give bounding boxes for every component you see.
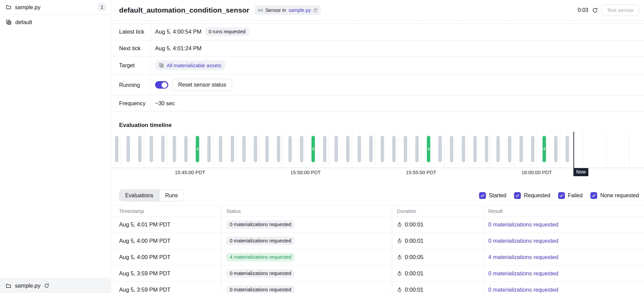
timeline-tick-bar[interactable] <box>219 136 222 162</box>
timeline-tick-bar-requested[interactable]: 4 <box>543 136 546 162</box>
timeline-tick-bar-requested[interactable]: 4 <box>427 136 430 162</box>
timeline-axis-label: 16:00:00 PDT <box>522 170 552 175</box>
timeline-gridline <box>537 132 537 168</box>
running-toggle[interactable] <box>155 81 168 89</box>
test-sensor-button[interactable]: Test sensor <box>602 4 639 16</box>
view-tabs: Evaluations Runs <box>119 189 184 201</box>
timeline-tick-bar[interactable] <box>184 136 188 162</box>
result-link[interactable]: 0 materializations requested <box>488 238 558 244</box>
detail-row-frequency: Frequency ~30 sec <box>111 95 644 111</box>
evaluation-row: Aug 5, 4:00 PM PDT 0 materializations re… <box>111 233 644 249</box>
detail-row-latest-tick: Latest tick Aug 5, 4:00:54 PM 0 runs req… <box>111 23 644 40</box>
timeline-tick-bar[interactable] <box>369 136 373 162</box>
page-header: default_automation_condition_sensor Sens… <box>111 0 644 21</box>
timeline-gridline <box>375 132 375 168</box>
timeline-tick-bar[interactable] <box>231 136 234 162</box>
filter-none-requested[interactable]: None requested <box>590 192 639 199</box>
tab-runs[interactable]: Runs <box>159 190 184 201</box>
detail-row-target: Target All materializable assets <box>111 56 644 75</box>
timeline-tick-bar[interactable] <box>242 136 246 162</box>
timeline-tick-bar[interactable] <box>392 136 396 162</box>
result-link[interactable]: 0 materializations requested <box>488 270 558 277</box>
reload-location-icon[interactable] <box>44 283 49 288</box>
timeline-gridline <box>213 132 213 168</box>
timeline-tick-bar[interactable] <box>173 136 176 162</box>
timeline-tick-bar[interactable] <box>566 136 569 162</box>
timeline-tick-bar[interactable] <box>277 136 280 162</box>
sidebar-item-sample-py[interactable]: sample.py 1 <box>0 0 111 15</box>
reload-icon[interactable] <box>313 8 318 13</box>
timeline-tick-bar[interactable] <box>358 136 361 162</box>
evaluation-duration: 0:00:05 <box>405 254 423 260</box>
target-assets-chip[interactable]: All materializable assets <box>155 60 225 70</box>
detail-row-next-tick: Next tick Aug 5, 4:01:24 PM <box>111 40 644 56</box>
timeline-gridline <box>283 132 283 168</box>
timeline-tick-bar[interactable] <box>207 136 211 162</box>
timeline-tick-bar[interactable] <box>554 136 557 162</box>
status-badge: 4 materializations requested <box>226 253 295 261</box>
detail-label: Next tick <box>111 40 151 56</box>
timeline-tick-bar[interactable] <box>335 136 338 162</box>
timeline-tick-bar[interactable] <box>381 136 384 162</box>
result-link[interactable]: 0 materializations requested <box>488 287 558 293</box>
filter-failed[interactable]: Failed <box>558 192 583 199</box>
status-badge: 0 materializations requested <box>226 220 295 229</box>
sidebar-item-default[interactable]: default <box>0 15 111 30</box>
timeline-gridline <box>121 132 121 168</box>
timeline-tick-bar[interactable] <box>450 136 453 162</box>
timeline-tick-bar[interactable] <box>265 136 269 162</box>
timeline-tick-bar[interactable] <box>438 136 442 162</box>
refresh-icon[interactable] <box>592 7 598 13</box>
timeline-gridline <box>514 132 514 168</box>
timeline-tick-bar[interactable] <box>415 136 419 162</box>
filter-requested[interactable]: Requested <box>514 192 550 199</box>
timeline-axis-label: 15:50:00 PDT <box>290 170 321 175</box>
timeline-tick-bar[interactable] <box>346 136 349 162</box>
timeline-tick-bar[interactable] <box>138 136 141 162</box>
checkbox-checked-icon <box>590 192 597 199</box>
column-header-status: Status <box>221 206 392 216</box>
column-header-duration: Duration <box>392 206 483 216</box>
status-badge: 0 materializations requested <box>226 286 295 293</box>
target-assets-link[interactable]: All materializable assets <box>167 62 221 68</box>
detail-row-running: Running Reset sensor status <box>111 75 644 95</box>
timeline-gridline <box>236 132 237 168</box>
timeline-tick-bar[interactable] <box>473 136 477 162</box>
timeline-gridline <box>260 132 260 168</box>
code-location-link[interactable]: sample.py <box>288 7 311 13</box>
timeline-gridline <box>398 132 398 168</box>
timeline-tick-bar[interactable] <box>115 136 118 162</box>
timeline-tick-bar-requested[interactable]: 4 <box>196 136 199 162</box>
frequency-value: ~30 sec <box>155 100 175 107</box>
result-link[interactable]: 4 materializations requested <box>488 254 558 260</box>
header-actions: 0:03 Test sensor <box>578 4 639 16</box>
asset-group-icon <box>6 19 12 25</box>
timeline-tick-bar[interactable] <box>531 136 534 162</box>
timeline-axis-label: 15:45:00 PDT <box>175 170 205 175</box>
filter-started[interactable]: Started <box>479 192 507 199</box>
timeline-axis <box>111 168 644 168</box>
timeline-tick-bar[interactable] <box>300 136 303 162</box>
timeline-tick-bar[interactable] <box>254 136 257 162</box>
tab-evaluations[interactable]: Evaluations <box>119 190 159 201</box>
timeline-tick-bar[interactable] <box>519 136 523 162</box>
timeline-tick-bar[interactable] <box>485 136 488 162</box>
timeline-tick-bar[interactable] <box>150 136 153 162</box>
timeline-tick-bar[interactable] <box>288 136 292 162</box>
timeline-gridline <box>329 132 329 168</box>
reset-sensor-status-button[interactable]: Reset sensor status <box>172 79 232 91</box>
timeline-tick-bar[interactable] <box>404 136 407 162</box>
timeline-tick-bar-requested[interactable]: 4 <box>311 136 315 162</box>
timeline-tick-bar[interactable] <box>323 136 326 162</box>
app-root: sample.py 1 default sample.py default_au… <box>0 0 644 293</box>
result-link[interactable]: 0 materializations requested <box>488 221 558 228</box>
main-content: default_automation_condition_sensor Sens… <box>111 0 644 293</box>
next-tick-time: Aug 5, 4:01:24 PM <box>155 45 202 52</box>
sidebar-item-label: sample.py <box>15 4 40 11</box>
evaluation-row: Aug 5, 3:59 PM PDT 0 materializations re… <box>111 282 644 293</box>
timeline-tick-bar[interactable] <box>508 136 511 162</box>
timeline-tick-bar[interactable] <box>127 136 130 162</box>
timeline-tick-bar[interactable] <box>462 136 465 162</box>
timeline-tick-bar[interactable] <box>496 136 500 162</box>
timeline-tick-bar[interactable] <box>161 136 165 162</box>
